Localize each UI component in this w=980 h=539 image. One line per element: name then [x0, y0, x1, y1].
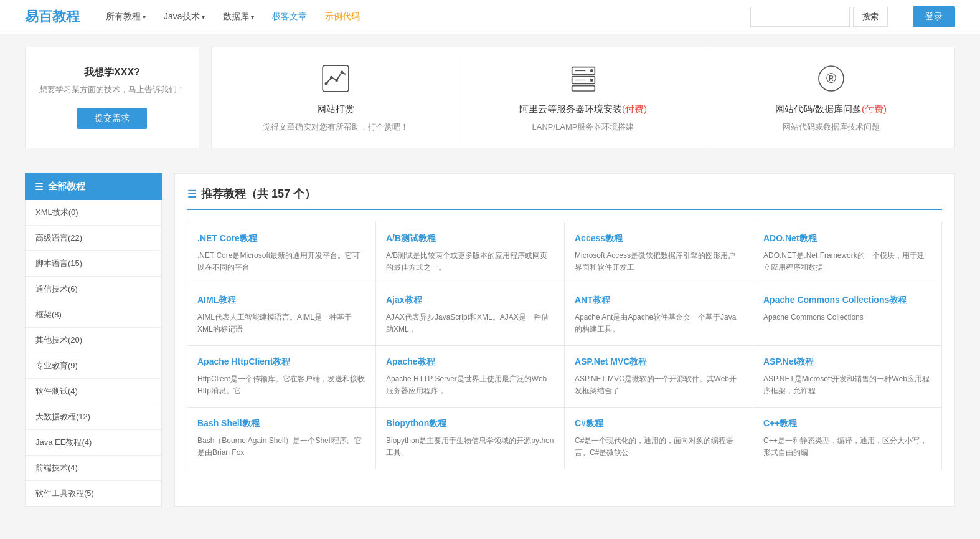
logo-highlight: 易百 [25, 9, 52, 24]
course-title-11[interactable]: ASP.Net教程 [763, 356, 931, 368]
sidebar-list: XML技术(0) 高级语言(22) 脚本语言(15) 通信技术(6) 框架(8)… [25, 200, 162, 507]
course-title-4[interactable]: AIML教程 [197, 294, 365, 307]
nav-database[interactable]: 数据库▾ [215, 0, 261, 34]
search-area: 搜索 [750, 7, 888, 27]
service-title-code: 网站代码/数据库问题(付费) [775, 103, 887, 115]
list-icon: ☰ [35, 181, 43, 193]
course-card-1[interactable]: A/B测试教程 A/B测试是比较两个或更多版本的应用程序或网页的最佳方式之一。 [375, 222, 565, 284]
course-grid: .NET Core教程 .NET Core是Microsoft最新的通用开发平台… [187, 222, 942, 469]
course-title-3[interactable]: ADO.Net教程 [763, 232, 931, 245]
course-title-10[interactable]: ASP.Net MVC教程 [575, 356, 743, 368]
course-title-14[interactable]: C#教程 [575, 417, 743, 430]
course-desc-15: C++是一种静态类型，编译，通用，区分大小写，形式自由的编 [763, 435, 931, 459]
course-title-2[interactable]: Access教程 [575, 232, 743, 245]
sidebar-item-other[interactable]: 其他技术(20) [26, 328, 161, 353]
course-title-8[interactable]: Apache HttpClient教程 [197, 356, 365, 368]
nav-arrow: ▾ [202, 14, 205, 21]
nav-all-tutorials[interactable]: 所有教程▾ [98, 0, 153, 34]
service-desc-code: 网站代码或数据库技术问题 [783, 122, 880, 133]
sidebar-item-script[interactable]: 脚本语言(15) [26, 251, 161, 277]
course-title-13[interactable]: Biopython教程 [386, 417, 554, 430]
course-title-15[interactable]: C++教程 [763, 417, 931, 430]
sidebar-item-framework[interactable]: 框架(8) [26, 302, 161, 328]
service-item-reward[interactable]: 网站打赏 觉得文章确实对您有所帮助，打个赏吧！ [211, 47, 459, 148]
sidebar-item-comm[interactable]: 通信技术(6) [26, 277, 161, 302]
course-card-13[interactable]: Biopython教程 Biopython是主要用于生物信息学领域的开源pyth… [375, 407, 565, 469]
service-desc-reward: 觉得文章确实对您有所帮助，打个赏吧！ [263, 122, 408, 133]
banner-area: 我想学XXX? 想要学习某方面的技术，马上告诉我们！ 提交需求 网站打赏 觉得文… [0, 34, 980, 161]
logo-suffix: 教程 [52, 9, 80, 24]
svg-text:®: ® [826, 70, 836, 86]
nav-arrow: ▾ [251, 14, 254, 21]
course-desc-6: Apache Ant是由Apache软件基金会一个基于Java的构建工具。 [575, 312, 743, 335]
course-desc-9: Apache HTTP Server是世界上使用最广泛的Web服务器应用程序， [386, 373, 554, 397]
header: 易百教程 所有教程▾ Java技术▾ 数据库▾ 极客文章 示例代码 搜索 登录 [0, 0, 980, 34]
course-card-10[interactable]: ASP.Net MVC教程 ASP.NET MVC是微软的一个开源软件。其Web… [564, 345, 753, 408]
course-card-12[interactable]: Bash Shell教程 Bash（Bourne Again Shell）是一个… [187, 407, 376, 469]
nav-geek[interactable]: 极客文章 [265, 0, 314, 34]
sidebar-item-tools[interactable]: 软件工具教程(5) [26, 481, 161, 506]
course-card-14[interactable]: C#教程 C#是一个现代化的，通用的，面向对象的编程语言。C#是微软公 [564, 407, 753, 469]
svg-point-1 [325, 83, 327, 85]
content-area: ☰ 推荐教程（共 157 个） .NET Core教程 .NET Core是Mi… [174, 173, 955, 507]
service-item-code[interactable]: ® 网站代码/数据库问题(付费) 网站代码或数据库技术问题 [707, 47, 955, 148]
sidebar-item-advanced[interactable]: 高级语言(22) [26, 226, 161, 251]
sidebar-item-education[interactable]: 专业教育(9) [26, 353, 161, 379]
sidebar-item-bigdata[interactable]: 大数据教程(12) [26, 404, 161, 430]
course-title-6[interactable]: ANT教程 [575, 294, 743, 307]
course-card-15[interactable]: C++教程 C++是一种静态类型，编译，通用，区分大小写，形式自由的编 [753, 407, 942, 469]
course-desc-3: ADO.NET是.Net Framework的一个模块，用于建立应用程序和数据 [763, 250, 931, 274]
course-desc-14: C#是一个现代化的，通用的，面向对象的编程语言。C#是微软公 [575, 435, 743, 459]
course-desc-5: AJAX代表异步JavaScript和XML。AJAX是一种借助XML， [386, 312, 554, 335]
course-card-8[interactable]: Apache HttpClient教程 HttpClient是一个传输库。它在客… [187, 345, 376, 408]
svg-rect-0 [323, 65, 349, 92]
banner-left: 我想学XXX? 想要学习某方面的技术，马上告诉我们！ 提交需求 [25, 47, 199, 148]
course-card-0[interactable]: .NET Core教程 .NET Core是Microsoft最新的通用开发平台… [187, 222, 376, 284]
course-card-3[interactable]: ADO.Net教程 ADO.NET是.Net Framework的一个模块，用于… [753, 222, 942, 284]
sidebar-item-xml[interactable]: XML技术(0) [26, 200, 161, 226]
course-desc-13: Biopython是主要用于生物信息学领域的开源python工具。 [386, 435, 554, 459]
course-card-6[interactable]: ANT教程 Apache Ant是由Apache软件基金会一个基于Java的构建… [564, 284, 753, 346]
course-title-0[interactable]: .NET Core教程 [197, 232, 365, 245]
course-card-7[interactable]: Apache Commons Collections教程 Apache Comm… [753, 284, 942, 346]
svg-point-9 [590, 79, 592, 81]
course-title-1[interactable]: A/B测试教程 [386, 232, 554, 245]
submit-demand-button[interactable]: 提交需求 [77, 108, 147, 129]
course-title-9[interactable]: Apache教程 [386, 356, 554, 368]
course-desc-12: Bash（Bourne Again Shell）是一个Shell程序。它是由Br… [197, 435, 365, 459]
service-title-reward: 网站打赏 [317, 103, 354, 115]
nav-java[interactable]: Java技术▾ [156, 0, 212, 34]
banner-services: 网站打赏 觉得文章确实对您有所帮助，打个赏吧！ 阿里云等服务器环境安装(付费) … [212, 47, 955, 148]
service-title-server: 阿里云等服务器环境安装(付费) [519, 103, 647, 115]
list-icon-content: ☰ [187, 188, 196, 200]
login-button[interactable]: 登录 [913, 6, 955, 27]
nav-example[interactable]: 示例代码 [318, 0, 367, 34]
course-title-5[interactable]: Ajax教程 [386, 294, 554, 307]
search-button[interactable]: 搜索 [853, 7, 888, 27]
main-content: ☰ 全部教程 XML技术(0) 高级语言(22) 脚本语言(15) 通信技术(6… [0, 161, 980, 519]
svg-point-3 [336, 79, 337, 81]
nav-arrow: ▾ [143, 14, 146, 21]
course-desc-11: ASP.NET是Microsoft开发和销售的一种Web应用程序框架，允许程 [763, 373, 931, 397]
search-input[interactable] [750, 7, 850, 27]
course-desc-7: Apache Commons Collections [763, 312, 931, 323]
server-icon [565, 60, 602, 97]
banner-left-title: 我想学XXX? [38, 66, 186, 79]
sidebar-item-javaee[interactable]: Java EE教程(4) [26, 430, 161, 456]
course-card-2[interactable]: Access教程 Microsoft Access是微软把数据库引擎的图形用户界… [564, 222, 753, 284]
logo[interactable]: 易百教程 [25, 7, 80, 26]
main-nav: 所有教程▾ Java技术▾ 数据库▾ 极客文章 示例代码 [98, 0, 732, 34]
sidebar-item-testing[interactable]: 软件测试(4) [26, 379, 161, 404]
sidebar: ☰ 全部教程 XML技术(0) 高级语言(22) 脚本语言(15) 通信技术(6… [25, 173, 162, 507]
course-desc-4: AIML代表人工智能建模语言。AIML是一种基于XML的标记语 [197, 312, 365, 335]
content-header: ☰ 推荐教程（共 157 个） [187, 186, 942, 210]
course-title-7[interactable]: Apache Commons Collections教程 [763, 294, 931, 307]
course-desc-2: Microsoft Access是微软把数据库引擎的图形用户界面和软件开发工 [575, 250, 743, 274]
sidebar-item-frontend[interactable]: 前端技术(4) [26, 456, 161, 481]
course-card-5[interactable]: Ajax教程 AJAX代表异步JavaScript和XML。AJAX是一种借助X… [375, 284, 565, 346]
course-card-4[interactable]: AIML教程 AIML代表人工智能建模语言。AIML是一种基于XML的标记语 [187, 284, 376, 346]
service-item-server[interactable]: 阿里云等服务器环境安装(付费) LANP/LAMP服务器环境搭建 [459, 47, 707, 148]
course-title-12[interactable]: Bash Shell教程 [197, 417, 365, 430]
course-card-9[interactable]: Apache教程 Apache HTTP Server是世界上使用最广泛的Web… [375, 345, 565, 408]
course-card-11[interactable]: ASP.Net教程 ASP.NET是Microsoft开发和销售的一种Web应用… [753, 345, 942, 408]
